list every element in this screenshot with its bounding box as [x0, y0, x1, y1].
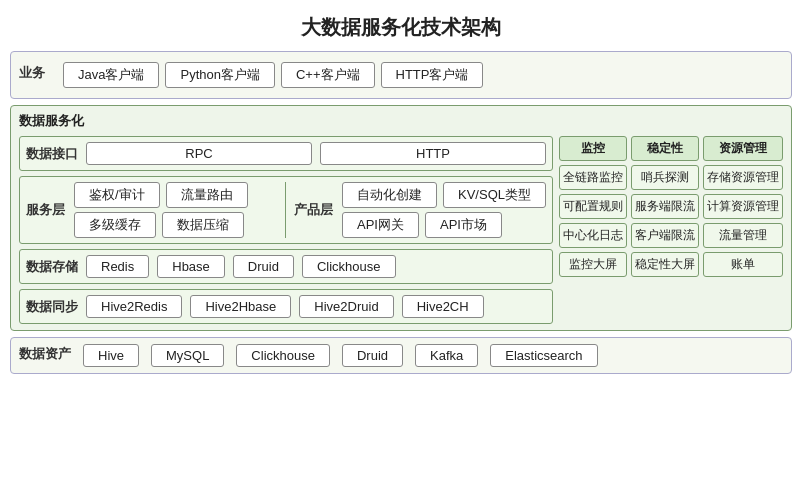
- datasvc-left: 数据接口 RPC HTTP 服务层 鉴权/审计 流量路由 多级缓存 数据压缩: [19, 136, 553, 324]
- monitoring-cell-2: 中心化日志: [559, 223, 627, 248]
- assets-section: 数据资产 Hive MySQL Clickhouse Druid Kafka E…: [10, 337, 792, 374]
- stability-cell-2: 客户端限流: [631, 223, 699, 248]
- ds-item-1: Hbase: [157, 255, 225, 278]
- sync-item-2: Hive2Druid: [299, 295, 393, 318]
- stability-col: 稳定性 哨兵探测 服务端限流 客户端限流 稳定性大屏: [631, 136, 699, 324]
- pl-item-3: API市场: [425, 212, 502, 238]
- asset-item-2: Clickhouse: [236, 344, 330, 367]
- monitoring-cell-3: 监控大屏: [559, 252, 627, 277]
- asset-item-3: Druid: [342, 344, 403, 367]
- resources-cell-0: 存储资源管理: [703, 165, 783, 190]
- stability-cell-3: 稳定性大屏: [631, 252, 699, 277]
- di-item-1: HTTP: [320, 142, 546, 165]
- sync-item-3: Hive2CH: [402, 295, 484, 318]
- datasvc-title: 数据服务化: [19, 112, 783, 130]
- data-sync-box: 数据同步 Hive2Redis Hive2Hbase Hive2Druid Hi…: [19, 289, 553, 324]
- business-section: 业务 Java客户端 Python客户端 C++客户端 HTTP客户端: [10, 51, 792, 99]
- monitoring-cell-0: 全链路监控: [559, 165, 627, 190]
- asset-item-0: Hive: [83, 344, 139, 367]
- page-title: 大数据服务化技术架构: [0, 0, 802, 51]
- pl-item-1: API网关: [342, 212, 419, 238]
- stability-cell-1: 服务端限流: [631, 194, 699, 219]
- resources-title: 资源管理: [703, 136, 783, 161]
- asset-item-1: MySQL: [151, 344, 224, 367]
- sl-item-1: 多级缓存: [74, 212, 156, 238]
- resources-cell-2: 流量管理: [703, 223, 783, 248]
- sl-item-0: 鉴权/审计: [74, 182, 160, 208]
- service-inner-left: 鉴权/审计 流量路由 多级缓存 数据压缩: [74, 182, 277, 238]
- service-layer-label: 服务层: [26, 201, 68, 219]
- asset-item-5: Elasticsearch: [490, 344, 597, 367]
- datasvc-section: 数据服务化 数据接口 RPC HTTP 服务层 鉴权/审计 流量路由: [10, 105, 792, 331]
- ds-item-0: Redis: [86, 255, 149, 278]
- product-layer-label: 产品层: [294, 201, 336, 219]
- biz-item-3: HTTP客户端: [381, 62, 484, 88]
- monitoring-col: 监控 全链路监控 可配置规则 中心化日志 监控大屏: [559, 136, 627, 324]
- sync-item-0: Hive2Redis: [86, 295, 182, 318]
- resources-cell-1: 计算资源管理: [703, 194, 783, 219]
- data-sync-label: 数据同步: [26, 298, 78, 316]
- resources-cell-3: 账单: [703, 252, 783, 277]
- data-interface-label: 数据接口: [26, 145, 78, 163]
- datasvc-right: 监控 全链路监控 可配置规则 中心化日志 监控大屏 稳定性 哨兵探测 服务端限流…: [559, 136, 783, 324]
- monitoring-cell-1: 可配置规则: [559, 194, 627, 219]
- data-storage-box: 数据存储 Redis Hbase Druid Clickhouse: [19, 249, 553, 284]
- asset-item-4: Kafka: [415, 344, 478, 367]
- assets-label: 数据资产: [19, 345, 71, 363]
- biz-item-1: Python客户端: [165, 62, 274, 88]
- monitoring-title: 监控: [559, 136, 627, 161]
- sl-item-3: 数据压缩: [162, 212, 244, 238]
- data-interface-box: 数据接口 RPC HTTP: [19, 136, 553, 171]
- business-items: Java客户端 Python客户端 C++客户端 HTTP客户端: [63, 62, 483, 88]
- pl-item-0: 自动化创建: [342, 182, 437, 208]
- service-inner-right: 自动化创建 KV/SQL类型 API网关 API市场: [342, 182, 546, 238]
- biz-item-0: Java客户端: [63, 62, 159, 88]
- datasvc-inner: 数据接口 RPC HTTP 服务层 鉴权/审计 流量路由 多级缓存 数据压缩: [19, 136, 783, 324]
- business-label: 业务: [19, 64, 45, 82]
- stability-title: 稳定性: [631, 136, 699, 161]
- sl-item-2: 流量路由: [166, 182, 248, 208]
- biz-item-2: C++客户端: [281, 62, 375, 88]
- stability-cell-0: 哨兵探测: [631, 165, 699, 190]
- pl-item-2: KV/SQL类型: [443, 182, 546, 208]
- di-item-0: RPC: [86, 142, 312, 165]
- data-storage-label: 数据存储: [26, 258, 78, 276]
- resources-col: 资源管理 存储资源管理 计算资源管理 流量管理 账单: [703, 136, 783, 324]
- service-layer-box: 服务层 鉴权/审计 流量路由 多级缓存 数据压缩 产品层 自动化创建: [19, 176, 553, 244]
- ds-item-2: Druid: [233, 255, 294, 278]
- sync-item-1: Hive2Hbase: [190, 295, 291, 318]
- ds-item-3: Clickhouse: [302, 255, 396, 278]
